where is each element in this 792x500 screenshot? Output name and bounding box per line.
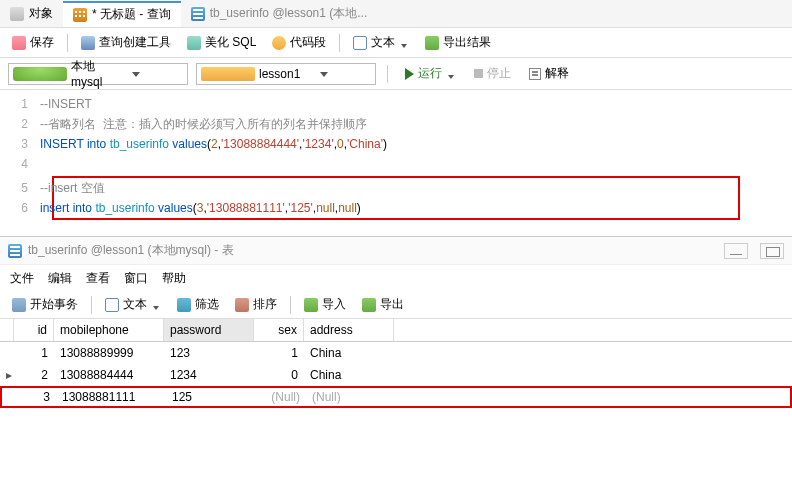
col-mobilephone[interactable]: mobilephone bbox=[54, 319, 164, 341]
table-header: id mobilephone password sex address bbox=[0, 319, 792, 342]
menu-window[interactable]: 窗口 bbox=[124, 270, 148, 287]
window-controls bbox=[724, 243, 784, 259]
explain-icon bbox=[529, 68, 541, 80]
save-button[interactable]: 保存 bbox=[6, 31, 60, 54]
play-icon bbox=[405, 68, 414, 80]
sql-editor[interactable]: 1--INSERT 2--省略列名 注意：插入的时候必须写入所有的列名并保持顺序… bbox=[0, 90, 792, 228]
tab-label: * 无标题 - 查询 bbox=[92, 6, 171, 23]
chevron-down-icon bbox=[448, 70, 456, 78]
chevron-down-icon bbox=[401, 39, 409, 47]
table-window: tb_userinfo @lesson1 (本地mysql) - 表 文件 编辑… bbox=[0, 236, 792, 408]
sql-icon bbox=[187, 36, 201, 50]
menu-view[interactable]: 查看 bbox=[86, 270, 110, 287]
filter-button[interactable]: 筛选 bbox=[171, 293, 225, 316]
schema-icon bbox=[201, 67, 255, 81]
query-icon bbox=[73, 8, 87, 22]
explain-button[interactable]: 解释 bbox=[523, 62, 575, 85]
tab-label: 对象 bbox=[29, 5, 53, 22]
objects-icon bbox=[10, 7, 24, 21]
table-icon bbox=[191, 7, 205, 21]
transaction-icon bbox=[12, 298, 26, 312]
export-button[interactable]: 导出 bbox=[356, 293, 410, 316]
export-result-button[interactable]: 导出结果 bbox=[419, 31, 497, 54]
tab-label: tb_userinfo @lesson1 (本地... bbox=[210, 5, 368, 22]
separator bbox=[91, 296, 92, 314]
connection-select[interactable]: 本地mysql bbox=[8, 63, 188, 85]
export-icon bbox=[425, 36, 439, 50]
connection-bar: 本地mysql lesson1 运行 停止 解释 bbox=[0, 58, 792, 90]
code-snippet-button[interactable]: 代码段 bbox=[266, 31, 332, 54]
save-icon bbox=[12, 36, 26, 50]
import-button[interactable]: 导入 bbox=[298, 293, 352, 316]
chevron-down-icon bbox=[153, 301, 161, 309]
main-toolbar: 保存 查询创建工具 美化 SQL 代码段 文本 导出结果 bbox=[0, 28, 792, 58]
text-button[interactable]: 文本 bbox=[347, 31, 415, 54]
table-menubar: 文件 编辑 查看 窗口 帮助 bbox=[0, 265, 792, 291]
database-icon bbox=[13, 67, 67, 81]
export-icon bbox=[362, 298, 376, 312]
import-icon bbox=[304, 298, 318, 312]
table-row[interactable]: ▸ 2 13088884444 1234 0 China bbox=[0, 364, 792, 386]
stop-button[interactable]: 停止 bbox=[468, 62, 517, 85]
menu-edit[interactable]: 编辑 bbox=[48, 270, 72, 287]
text-mode-button[interactable]: 文本 bbox=[99, 293, 167, 316]
menu-file[interactable]: 文件 bbox=[10, 270, 34, 287]
table-row-highlighted[interactable]: 3 13088881111 125 (Null) (Null) bbox=[0, 386, 792, 408]
sort-button[interactable]: 排序 bbox=[229, 293, 283, 316]
sort-icon bbox=[235, 298, 249, 312]
maximize-button[interactable] bbox=[760, 243, 784, 259]
run-bar: 运行 停止 解释 bbox=[399, 62, 575, 85]
text-icon bbox=[105, 298, 119, 312]
query-builder-button[interactable]: 查询创建工具 bbox=[75, 31, 177, 54]
schema-select[interactable]: lesson1 bbox=[196, 63, 376, 85]
text-icon bbox=[353, 36, 367, 50]
chevron-down-icon bbox=[129, 67, 183, 81]
table-toolbar: 开始事务 文本 筛选 排序 导入 导出 bbox=[0, 291, 792, 319]
separator bbox=[290, 296, 291, 314]
col-id[interactable]: id bbox=[14, 319, 54, 341]
code-icon bbox=[272, 36, 286, 50]
stop-icon bbox=[474, 69, 483, 78]
chevron-down-icon bbox=[317, 67, 371, 81]
table-row[interactable]: 1 13088889999 123 1 China bbox=[0, 342, 792, 364]
filter-icon bbox=[177, 298, 191, 312]
beautify-sql-button[interactable]: 美化 SQL bbox=[181, 31, 262, 54]
tool-icon bbox=[81, 36, 95, 50]
tab-bar: 对象 * 无标题 - 查询 tb_userinfo @lesson1 (本地..… bbox=[0, 0, 792, 28]
highlight-box: 5--insert 空值 6insert into tb_userinfo va… bbox=[52, 176, 740, 220]
tab-query[interactable]: * 无标题 - 查询 bbox=[63, 1, 181, 27]
tab-userinfo[interactable]: tb_userinfo @lesson1 (本地... bbox=[181, 1, 378, 27]
table-icon bbox=[8, 244, 22, 258]
separator bbox=[339, 34, 340, 52]
menu-help[interactable]: 帮助 bbox=[162, 270, 186, 287]
col-sex[interactable]: sex bbox=[254, 319, 304, 341]
run-button[interactable]: 运行 bbox=[399, 62, 462, 85]
separator bbox=[67, 34, 68, 52]
table-window-title: tb_userinfo @lesson1 (本地mysql) - 表 bbox=[0, 237, 792, 265]
tab-objects[interactable]: 对象 bbox=[0, 1, 63, 27]
begin-transaction-button[interactable]: 开始事务 bbox=[6, 293, 84, 316]
minimize-button[interactable] bbox=[724, 243, 748, 259]
col-password[interactable]: password bbox=[164, 319, 254, 341]
separator bbox=[387, 65, 388, 83]
col-address[interactable]: address bbox=[304, 319, 394, 341]
